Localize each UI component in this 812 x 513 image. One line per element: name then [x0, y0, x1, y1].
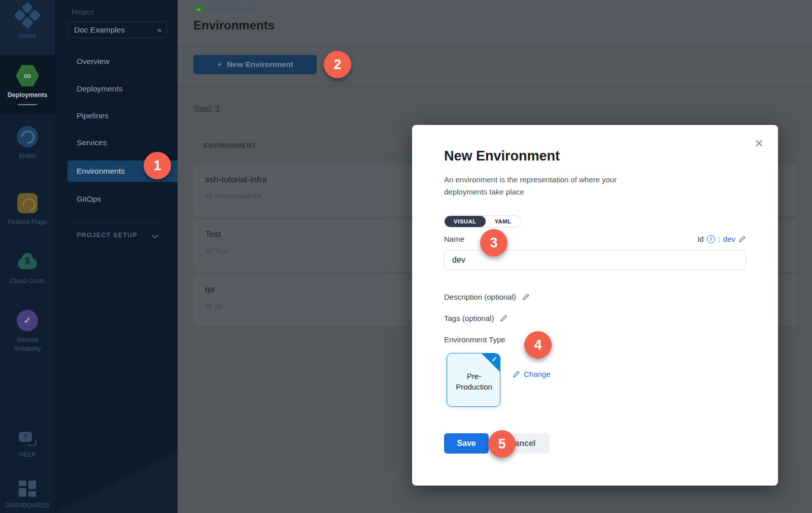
active-module-underline	[18, 104, 37, 105]
sidebar-item-service-reliability[interactable]: ✓ Service Reliability	[0, 310, 55, 354]
name-label: Name	[444, 235, 464, 243]
environment-type-card[interactable]: ✓ Pre-Production	[447, 353, 500, 407]
home-icon	[12, 2, 42, 31]
edit-description-icon[interactable]	[522, 293, 530, 301]
sidebar-item-home[interactable]: Home	[0, 6, 55, 41]
save-button[interactable]: Save	[444, 433, 489, 454]
project-selector[interactable]: Doc Examples »	[67, 21, 167, 38]
title-info-icon[interactable]: i	[280, 21, 288, 30]
edit-pencil-icon	[513, 370, 520, 378]
breadcrumb: ∞ Doc Examples ›	[193, 4, 264, 14]
sidebar-item-feature-flags[interactable]: Feature Flags	[0, 193, 55, 227]
environment-id: Id: sshtutorialinfra	[205, 192, 261, 200]
chevron-right-icon: ›	[261, 5, 264, 13]
feature-flags-icon	[17, 193, 38, 213]
cloud-costs-icon: $	[16, 252, 39, 272]
tab-visual[interactable]: VISUAL	[445, 216, 486, 227]
help-icon: ?	[19, 432, 36, 446]
id-colon: :	[718, 235, 720, 243]
check-icon: ✓	[491, 355, 497, 363]
deployments-module-icon: ∞	[193, 4, 204, 14]
visual-yaml-toggle: VISUAL YAML	[444, 215, 521, 228]
table-header-environment: ENVIRONMENT	[204, 142, 256, 149]
chevron-down-icon[interactable]	[152, 232, 158, 239]
sidebar-decoration	[55, 452, 178, 513]
step-badge-4: 4	[524, 331, 552, 359]
project-name: Doc Examples	[74, 25, 125, 35]
description-label: Description (optional)	[444, 293, 516, 301]
id-label: Id	[697, 235, 704, 243]
sidebar-item-cloud-costs[interactable]: $ Cloud Costs	[0, 252, 55, 285]
environment-id: Id: qa	[205, 302, 223, 310]
sidebar-item-overview[interactable]: Overview	[55, 56, 178, 67]
id-info-icon[interactable]: i	[707, 235, 715, 243]
sidebar-item-builds[interactable]: Builds	[0, 126, 55, 161]
edit-id-icon[interactable]	[738, 235, 746, 243]
sidebar-item-pipelines[interactable]: Pipelines	[55, 111, 178, 121]
close-icon[interactable]: ✕	[755, 137, 764, 150]
sidebar-item-deployments-sub[interactable]: Deployments	[55, 84, 178, 94]
new-environment-button[interactable]: + New Environment	[193, 55, 317, 74]
deployments-icon: ∞	[16, 65, 39, 86]
step-badge-1: 1	[144, 152, 171, 179]
id-value: dev	[723, 235, 735, 243]
tab-yaml[interactable]: YAML	[486, 216, 521, 227]
module-rail: Home ∞ Deployments Builds Feature Flags …	[0, 0, 55, 513]
double-chevron-icon: »	[157, 25, 160, 34]
environment-name: qa	[205, 284, 215, 295]
environment-id: Id: Test	[205, 247, 228, 255]
step-badge-5: 5	[488, 430, 516, 458]
modal-description: An environment is the representation of …	[444, 174, 647, 198]
environment-name: ssh-tutorial-infra	[205, 175, 267, 185]
page-title: Environments	[193, 18, 275, 33]
modal-title: New Environment	[444, 148, 560, 164]
plus-icon: +	[217, 59, 222, 70]
breadcrumb-project-link[interactable]: Doc Examples	[208, 5, 257, 13]
divider	[67, 222, 165, 222]
service-reliability-icon: ✓	[17, 310, 38, 331]
environment-name: Test	[205, 230, 221, 240]
sidebar-item-help[interactable]: ? HELP	[0, 432, 55, 459]
environment-type-label: Environment Type	[444, 335, 505, 344]
page: ∞ Doc Examples › Environments i + New En…	[0, 0, 812, 513]
sidebar-item-deployments[interactable]: ∞ Deployments	[0, 65, 55, 105]
total-count: Total: 3	[193, 105, 220, 114]
new-environment-modal: ✕ New Environment An environment is the …	[412, 125, 778, 486]
change-environment-type-link[interactable]: Change	[513, 370, 551, 378]
edit-tags-icon[interactable]	[500, 314, 507, 322]
sidebar-item-services[interactable]: Services	[55, 138, 178, 148]
tags-label: Tags (optional)	[444, 314, 494, 323]
environment-type-value: Pre-Production	[447, 371, 500, 392]
sidebar-item-gitops[interactable]: GitOps	[55, 194, 178, 204]
project-setup-toggle[interactable]: PROJECT SETUP	[77, 232, 138, 239]
builds-icon	[17, 126, 38, 147]
step-badge-2: 2	[324, 51, 351, 78]
sidebar-item-dashboards[interactable]: DASHBOARDS	[0, 480, 55, 510]
dashboards-icon	[19, 480, 36, 497]
project-sidebar: Project Doc Examples » Overview Deployme…	[55, 0, 178, 513]
step-badge-3: 3	[480, 229, 507, 256]
project-label: Project	[72, 8, 94, 16]
